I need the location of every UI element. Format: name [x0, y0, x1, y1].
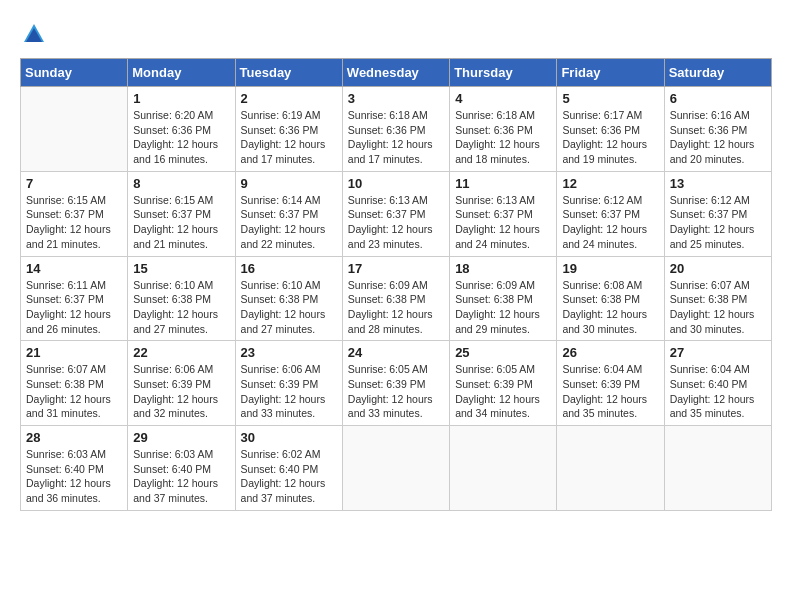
day-info: Sunrise: 6:09 AM Sunset: 6:38 PM Dayligh…: [455, 278, 551, 337]
day-info: Sunrise: 6:13 AM Sunset: 6:37 PM Dayligh…: [348, 193, 444, 252]
day-info: Sunrise: 6:20 AM Sunset: 6:36 PM Dayligh…: [133, 108, 229, 167]
calendar-table: SundayMondayTuesdayWednesdayThursdayFrid…: [20, 58, 772, 511]
calendar-cell: 6Sunrise: 6:16 AM Sunset: 6:36 PM Daylig…: [664, 87, 771, 172]
calendar-week-row: 21Sunrise: 6:07 AM Sunset: 6:38 PM Dayli…: [21, 341, 772, 426]
day-info: Sunrise: 6:18 AM Sunset: 6:36 PM Dayligh…: [348, 108, 444, 167]
calendar-cell: 1Sunrise: 6:20 AM Sunset: 6:36 PM Daylig…: [128, 87, 235, 172]
day-info: Sunrise: 6:15 AM Sunset: 6:37 PM Dayligh…: [133, 193, 229, 252]
day-info: Sunrise: 6:10 AM Sunset: 6:38 PM Dayligh…: [241, 278, 337, 337]
calendar-cell: 7Sunrise: 6:15 AM Sunset: 6:37 PM Daylig…: [21, 171, 128, 256]
logo: [20, 20, 52, 48]
day-number: 20: [670, 261, 766, 276]
day-number: 28: [26, 430, 122, 445]
calendar-header-row: SundayMondayTuesdayWednesdayThursdayFrid…: [21, 59, 772, 87]
calendar-cell: 26Sunrise: 6:04 AM Sunset: 6:39 PM Dayli…: [557, 341, 664, 426]
weekday-header: Friday: [557, 59, 664, 87]
calendar-cell: [557, 426, 664, 511]
calendar-cell: 28Sunrise: 6:03 AM Sunset: 6:40 PM Dayli…: [21, 426, 128, 511]
calendar-week-row: 1Sunrise: 6:20 AM Sunset: 6:36 PM Daylig…: [21, 87, 772, 172]
day-number: 15: [133, 261, 229, 276]
weekday-header: Tuesday: [235, 59, 342, 87]
calendar-cell: 8Sunrise: 6:15 AM Sunset: 6:37 PM Daylig…: [128, 171, 235, 256]
calendar-cell: [450, 426, 557, 511]
day-info: Sunrise: 6:03 AM Sunset: 6:40 PM Dayligh…: [133, 447, 229, 506]
day-number: 5: [562, 91, 658, 106]
day-number: 29: [133, 430, 229, 445]
day-number: 19: [562, 261, 658, 276]
calendar-cell: 12Sunrise: 6:12 AM Sunset: 6:37 PM Dayli…: [557, 171, 664, 256]
calendar-cell: 21Sunrise: 6:07 AM Sunset: 6:38 PM Dayli…: [21, 341, 128, 426]
day-number: 27: [670, 345, 766, 360]
day-number: 18: [455, 261, 551, 276]
page-header: [20, 20, 772, 48]
calendar-cell: 4Sunrise: 6:18 AM Sunset: 6:36 PM Daylig…: [450, 87, 557, 172]
calendar-cell: 14Sunrise: 6:11 AM Sunset: 6:37 PM Dayli…: [21, 256, 128, 341]
calendar-cell: 10Sunrise: 6:13 AM Sunset: 6:37 PM Dayli…: [342, 171, 449, 256]
day-number: 3: [348, 91, 444, 106]
day-number: 7: [26, 176, 122, 191]
day-number: 17: [348, 261, 444, 276]
day-info: Sunrise: 6:17 AM Sunset: 6:36 PM Dayligh…: [562, 108, 658, 167]
day-number: 1: [133, 91, 229, 106]
calendar-cell: 27Sunrise: 6:04 AM Sunset: 6:40 PM Dayli…: [664, 341, 771, 426]
day-info: Sunrise: 6:02 AM Sunset: 6:40 PM Dayligh…: [241, 447, 337, 506]
calendar-cell: 19Sunrise: 6:08 AM Sunset: 6:38 PM Dayli…: [557, 256, 664, 341]
day-info: Sunrise: 6:06 AM Sunset: 6:39 PM Dayligh…: [133, 362, 229, 421]
day-info: Sunrise: 6:05 AM Sunset: 6:39 PM Dayligh…: [455, 362, 551, 421]
day-info: Sunrise: 6:09 AM Sunset: 6:38 PM Dayligh…: [348, 278, 444, 337]
calendar-week-row: 14Sunrise: 6:11 AM Sunset: 6:37 PM Dayli…: [21, 256, 772, 341]
calendar-cell: 9Sunrise: 6:14 AM Sunset: 6:37 PM Daylig…: [235, 171, 342, 256]
day-number: 2: [241, 91, 337, 106]
day-info: Sunrise: 6:16 AM Sunset: 6:36 PM Dayligh…: [670, 108, 766, 167]
day-number: 30: [241, 430, 337, 445]
day-number: 8: [133, 176, 229, 191]
calendar-cell: 11Sunrise: 6:13 AM Sunset: 6:37 PM Dayli…: [450, 171, 557, 256]
calendar-cell: 13Sunrise: 6:12 AM Sunset: 6:37 PM Dayli…: [664, 171, 771, 256]
day-info: Sunrise: 6:11 AM Sunset: 6:37 PM Dayligh…: [26, 278, 122, 337]
calendar-cell: 30Sunrise: 6:02 AM Sunset: 6:40 PM Dayli…: [235, 426, 342, 511]
weekday-header: Thursday: [450, 59, 557, 87]
day-info: Sunrise: 6:12 AM Sunset: 6:37 PM Dayligh…: [670, 193, 766, 252]
day-info: Sunrise: 6:07 AM Sunset: 6:38 PM Dayligh…: [670, 278, 766, 337]
weekday-header: Wednesday: [342, 59, 449, 87]
weekday-header: Monday: [128, 59, 235, 87]
day-info: Sunrise: 6:10 AM Sunset: 6:38 PM Dayligh…: [133, 278, 229, 337]
day-number: 24: [348, 345, 444, 360]
calendar-cell: 22Sunrise: 6:06 AM Sunset: 6:39 PM Dayli…: [128, 341, 235, 426]
calendar-cell: [21, 87, 128, 172]
day-info: Sunrise: 6:12 AM Sunset: 6:37 PM Dayligh…: [562, 193, 658, 252]
day-number: 22: [133, 345, 229, 360]
logo-icon: [20, 20, 48, 48]
day-info: Sunrise: 6:04 AM Sunset: 6:39 PM Dayligh…: [562, 362, 658, 421]
calendar-cell: 3Sunrise: 6:18 AM Sunset: 6:36 PM Daylig…: [342, 87, 449, 172]
day-info: Sunrise: 6:15 AM Sunset: 6:37 PM Dayligh…: [26, 193, 122, 252]
calendar-cell: [342, 426, 449, 511]
day-number: 21: [26, 345, 122, 360]
day-info: Sunrise: 6:05 AM Sunset: 6:39 PM Dayligh…: [348, 362, 444, 421]
day-number: 14: [26, 261, 122, 276]
day-info: Sunrise: 6:06 AM Sunset: 6:39 PM Dayligh…: [241, 362, 337, 421]
calendar-week-row: 28Sunrise: 6:03 AM Sunset: 6:40 PM Dayli…: [21, 426, 772, 511]
day-number: 4: [455, 91, 551, 106]
day-number: 26: [562, 345, 658, 360]
weekday-header: Saturday: [664, 59, 771, 87]
calendar-cell: 29Sunrise: 6:03 AM Sunset: 6:40 PM Dayli…: [128, 426, 235, 511]
day-number: 16: [241, 261, 337, 276]
day-number: 25: [455, 345, 551, 360]
calendar-cell: 17Sunrise: 6:09 AM Sunset: 6:38 PM Dayli…: [342, 256, 449, 341]
weekday-header: Sunday: [21, 59, 128, 87]
calendar-week-row: 7Sunrise: 6:15 AM Sunset: 6:37 PM Daylig…: [21, 171, 772, 256]
calendar-cell: 20Sunrise: 6:07 AM Sunset: 6:38 PM Dayli…: [664, 256, 771, 341]
calendar-cell: 23Sunrise: 6:06 AM Sunset: 6:39 PM Dayli…: [235, 341, 342, 426]
day-number: 11: [455, 176, 551, 191]
day-info: Sunrise: 6:18 AM Sunset: 6:36 PM Dayligh…: [455, 108, 551, 167]
calendar-cell: 24Sunrise: 6:05 AM Sunset: 6:39 PM Dayli…: [342, 341, 449, 426]
day-number: 6: [670, 91, 766, 106]
day-number: 10: [348, 176, 444, 191]
day-info: Sunrise: 6:19 AM Sunset: 6:36 PM Dayligh…: [241, 108, 337, 167]
calendar-cell: 16Sunrise: 6:10 AM Sunset: 6:38 PM Dayli…: [235, 256, 342, 341]
calendar-cell: [664, 426, 771, 511]
day-info: Sunrise: 6:13 AM Sunset: 6:37 PM Dayligh…: [455, 193, 551, 252]
calendar-cell: 5Sunrise: 6:17 AM Sunset: 6:36 PM Daylig…: [557, 87, 664, 172]
day-number: 12: [562, 176, 658, 191]
